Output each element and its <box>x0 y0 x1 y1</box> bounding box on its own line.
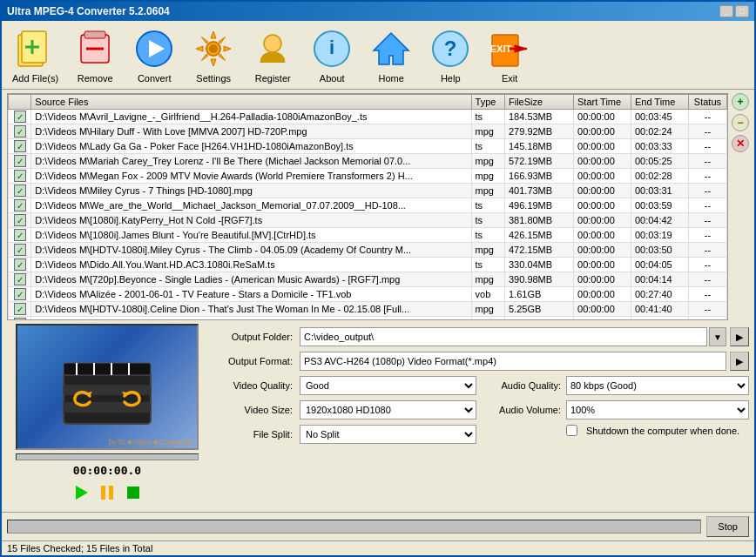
row-check[interactable]: ✓ <box>9 139 31 154</box>
svg-text:i: i <box>329 37 334 58</box>
row-type: ts <box>471 213 504 228</box>
play-button[interactable] <box>71 482 91 503</box>
output-format-row: Output Format: PS3 AVC-H264 (1080p) Vide… <box>214 352 749 371</box>
row-size: 5.25GB <box>504 302 573 317</box>
row-start: 00:00:00 <box>574 124 631 139</box>
add-files-button[interactable]: Add File(s) <box>7 24 64 85</box>
about-button[interactable]: i About <box>304 24 360 85</box>
row-type: mpg <box>471 243 504 258</box>
table-row[interactable]: ✓ D:\Videos M\Megan Fox - 2009 MTV Movie… <box>9 169 727 184</box>
col-header-start: Start Time <box>574 95 631 110</box>
progress-bar <box>7 520 701 534</box>
pause-button[interactable] <box>97 482 118 503</box>
output-folder-browse-btn[interactable]: ▶ <box>730 327 749 346</box>
video-quality-select[interactable]: Good Better Best Normal <box>300 376 476 395</box>
svg-text:EXIT: EXIT <box>490 44 512 54</box>
two-col-settings: Video Quality: Good Better Best Normal V… <box>214 376 749 508</box>
home-icon <box>368 26 414 71</box>
row-start: 00:00:00 <box>574 258 631 272</box>
table-row[interactable]: ✓ D:\Videos M\[720p].Beyonce - Single La… <box>9 272 727 287</box>
remove-label: Remove <box>78 73 113 84</box>
register-button[interactable]: Register <box>245 24 300 85</box>
row-check[interactable]: ✓ <box>9 184 31 198</box>
scrub-bar[interactable] <box>16 453 199 460</box>
main-window: Ultra MPEG-4 Converter 5.2.0604 _ □ Add … <box>0 0 756 557</box>
row-type: mpg <box>471 272 504 287</box>
convert-label: Convert <box>138 73 172 84</box>
row-size: 279.92MB <box>504 124 573 139</box>
stop-playback-button[interactable] <box>123 482 144 503</box>
row-check[interactable]: ✓ <box>9 154 31 169</box>
settings-button[interactable]: Settings <box>186 24 241 85</box>
output-format-browse-btn[interactable]: ▶ <box>730 352 749 371</box>
row-start: 00:00:00 <box>574 154 631 169</box>
clear-row-button[interactable]: ✕ <box>732 135 749 152</box>
row-type: vob <box>471 287 504 302</box>
video-size-select[interactable]: 1920x1080 HD1080 1280x720 HD720 720x480 … <box>300 400 476 419</box>
output-format-select[interactable]: PS3 AVC-H264 (1080p) Video Format(*.mp4) <box>300 352 726 371</box>
row-size: 390.98MB <box>504 272 573 287</box>
file-split-select[interactable]: No Split 700MB 1GB <box>300 425 476 444</box>
convert-icon <box>132 26 177 71</box>
col-header-status: Status <box>688 95 726 110</box>
convert-button[interactable]: Convert <box>126 24 182 85</box>
table-row[interactable]: ✓ D:\Videos M\[HDTV-1080i].Celine Dion -… <box>9 302 727 317</box>
row-status: -- <box>688 272 726 287</box>
table-row[interactable]: ✓ D:\Videos M\Mariah Carey_Trey Lorenz -… <box>9 154 727 169</box>
home-button[interactable]: Home <box>363 24 419 85</box>
table-row[interactable]: ✓ D:\Videos M\[HDTV-1080i].Miley Cyrus -… <box>9 243 727 258</box>
row-check[interactable]: ✓ <box>9 272 31 287</box>
row-end: 00:03:19 <box>631 228 688 243</box>
row-source: D:\Videos M\[HDTV-1080i].Miley Cyrus - T… <box>31 243 471 258</box>
preview-panel: byTo★Video★Converter 00:00:00.0 <box>7 324 207 508</box>
home-label: Home <box>379 73 404 84</box>
row-check[interactable]: ✓ <box>9 169 31 184</box>
row-check[interactable]: ✓ <box>9 243 31 258</box>
table-row[interactable]: ✓ D:\Videos M\Avril_Lavigne_-_Girlfriend… <box>9 110 727 124</box>
remove-row-button[interactable]: − <box>732 114 749 131</box>
row-check[interactable]: ✓ <box>9 302 31 317</box>
row-source: D:\Videos M\We_are_the_World__Michael_Ja… <box>31 198 471 213</box>
minimize-button[interactable]: _ <box>719 5 733 17</box>
row-check[interactable]: ✓ <box>9 258 31 272</box>
row-status: -- <box>688 287 726 302</box>
add-row-button[interactable]: + <box>732 93 749 111</box>
maximize-button[interactable]: □ <box>735 5 749 17</box>
output-folder-dd-btn[interactable]: ▼ <box>709 327 726 346</box>
table-row[interactable]: ✓ D:\Videos M\We_are_the_World__Michael_… <box>9 198 727 213</box>
row-check[interactable]: ✓ <box>9 124 31 139</box>
remove-button[interactable]: Remove <box>67 24 123 85</box>
table-row[interactable]: ✓ D:\Videos M\Dido.All.You.Want.HD.AC3.1… <box>9 258 727 272</box>
table-row[interactable]: ✓ D:\Videos M\Alizée - 2001-06-01 - TV F… <box>9 287 727 302</box>
row-check[interactable]: ✓ <box>9 228 31 243</box>
help-button[interactable]: ? Help <box>422 24 478 85</box>
table-row[interactable]: ✓ D:\Videos M\Miley Cyrus - 7 Things [HD… <box>9 184 727 198</box>
row-size: 572.19MB <box>504 154 573 169</box>
row-status: -- <box>688 110 726 124</box>
output-folder-input[interactable] <box>300 327 707 346</box>
col-header-size: FileSize <box>504 95 573 110</box>
row-size: 166.93MB <box>504 169 573 184</box>
exit-button[interactable]: EXIT Exit <box>482 24 537 85</box>
row-check[interactable]: ✓ <box>9 110 31 124</box>
row-check[interactable]: ✓ <box>9 213 31 228</box>
row-end: 00:03:31 <box>631 184 688 198</box>
row-check[interactable]: ✓ <box>9 198 31 213</box>
table-row[interactable]: ✓ D:\Videos M\Lady Ga Ga - Poker Face [H… <box>9 139 727 154</box>
table-row[interactable]: ✓ D:\Videos M\Hilary Duff - With Love [M… <box>9 124 727 139</box>
row-start: 00:00:00 <box>574 243 631 258</box>
table-row[interactable]: ✓ D:\Videos M\[1080i].James Blunt - You'… <box>9 228 727 243</box>
audio-quality-row: Audio Quality: 80 kbps (Good) 128 kbps (… <box>487 376 749 395</box>
table-row[interactable]: ✓ D:\Videos M\[1080i].KatyPerry_Hot N Co… <box>9 213 727 228</box>
shutdown-checkbox[interactable] <box>566 425 577 436</box>
add-files-label: Add File(s) <box>12 73 58 84</box>
settings-label: Settings <box>196 73 231 84</box>
audio-volume-select[interactable]: 100% 75% 50% 125% <box>566 400 749 419</box>
stop-button[interactable]: Stop <box>706 516 749 537</box>
help-icon: ? <box>428 26 473 71</box>
row-type: mpg <box>471 169 504 184</box>
about-label: About <box>320 73 345 84</box>
video-quality-label: Video Quality: <box>214 380 293 391</box>
row-check[interactable]: ✓ <box>9 287 31 302</box>
audio-quality-select[interactable]: 80 kbps (Good) 128 kbps (Better) 192 kbp… <box>566 376 749 395</box>
